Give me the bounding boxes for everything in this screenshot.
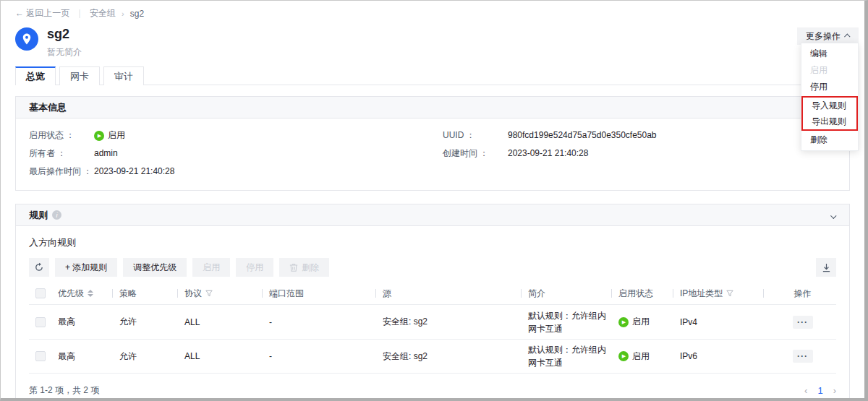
- menu-item-disable[interactable]: 停用: [801, 79, 858, 95]
- detail-tabs: 总览 网卡 审计: [15, 66, 850, 85]
- row-more-actions-button[interactable]: ···: [793, 350, 813, 363]
- basic-info-panel: 基本信息 启用状态 ： ▶ 启用 所有者 ： admin: [15, 96, 850, 191]
- col-status-label: 启用状态: [618, 288, 653, 300]
- row-checkbox[interactable]: [35, 351, 46, 361]
- cell-policy: 允许: [112, 316, 177, 328]
- rules-toolbar: + 添加规则 调整优先级 启用 停用 删除: [29, 258, 836, 277]
- cell-source: 安全组: sg2: [375, 350, 521, 363]
- enabled-status-icon: ▶: [618, 351, 629, 361]
- cell-ip-type: IPv6: [673, 351, 763, 361]
- cell-port-range: -: [262, 317, 375, 327]
- menu-item-export-rules[interactable]: 导出规则: [803, 113, 856, 129]
- pagination-summary: 第 1-2 项，共 2 项: [29, 384, 99, 397]
- pager: ‹ 1 ›: [804, 385, 836, 396]
- download-icon: [822, 263, 831, 272]
- col-port-range-label: 端口范围: [269, 288, 304, 300]
- filter-icon[interactable]: [726, 290, 733, 297]
- basic-info-title: 基本信息: [29, 101, 67, 114]
- cell-status: ▶启用: [611, 350, 673, 363]
- rules-panel: 规则 i 入方向规则 + 添加规则 调整优先级 启: [15, 204, 850, 401]
- basic-info-header: 基本信息: [16, 97, 849, 118]
- pagination: 第 1-2 项，共 2 项 ‹ 1 ›: [29, 374, 836, 401]
- chevron-right-icon: ›: [122, 9, 124, 18]
- cell-source: 安全组: sg2: [375, 316, 521, 328]
- row-checkbox[interactable]: [35, 317, 46, 327]
- security-group-icon: [15, 27, 38, 51]
- col-action: 操作: [763, 288, 842, 300]
- delete-button: 删除: [279, 258, 329, 277]
- col-priority[interactable]: 优先级: [58, 288, 112, 300]
- col-priority-label: 优先级: [58, 288, 84, 300]
- disable-label: 停用: [246, 262, 263, 274]
- col-protocol: 协议: [177, 288, 262, 300]
- col-ip-type: IP地址类型: [673, 288, 763, 300]
- rules-title: 规则: [29, 209, 48, 222]
- status-text: 启用: [632, 316, 650, 328]
- rules-table: 优先级 策略 协议 端口范围 源 简介 启用状态 IP地址类: [29, 283, 836, 374]
- refresh-button[interactable]: [29, 258, 49, 277]
- disable-button: 停用: [236, 258, 273, 277]
- add-rule-button[interactable]: + 添加规则: [55, 258, 117, 277]
- cell-priority: 最高: [58, 350, 112, 363]
- cell-description: 默认规则：允许组内网卡互通: [528, 309, 611, 335]
- tab-nic[interactable]: 网卡: [59, 66, 100, 85]
- menu-item-enable: 启用: [801, 62, 858, 79]
- col-description-label: 简介: [528, 287, 545, 300]
- prev-page-icon[interactable]: ‹: [804, 385, 807, 396]
- back-link[interactable]: ← 返回上一页: [15, 7, 69, 20]
- adjust-priority-label: 调整优先级: [133, 262, 176, 274]
- add-rule-label: + 添加规则: [65, 262, 107, 274]
- more-actions-menu: 编辑 启用 停用 导入规则 导出规则 删除: [801, 43, 859, 151]
- cell-protocol: ALL: [177, 317, 262, 327]
- row-more-actions-button[interactable]: ···: [793, 316, 813, 329]
- field-label: 所有者 ：: [29, 145, 94, 163]
- status-text: 启用: [632, 350, 650, 363]
- page-title: sg2: [47, 26, 82, 42]
- cell-policy: 允许: [112, 350, 177, 363]
- cell-priority: 最高: [58, 316, 112, 328]
- select-all-checkbox[interactable]: [35, 288, 46, 298]
- tab-audit[interactable]: 审计: [103, 66, 144, 85]
- rules-header: 规则 i: [16, 204, 849, 226]
- collapse-chevron-icon[interactable]: [830, 212, 836, 218]
- breadcrumb: ← 返回上一页 ｜ 安全组 › sg2: [15, 1, 850, 20]
- table-row: 最高 允许 ALL - 安全组: sg2 默认规则：允许组内网卡互通 ▶启用 I…: [29, 339, 836, 374]
- rules-body: 入方向规则 + 添加规则 调整优先级 启用 停用: [16, 226, 849, 401]
- page-number[interactable]: 1: [817, 385, 822, 396]
- field-enable-status: 启用状态 ： ▶ 启用: [29, 126, 443, 145]
- status-text: 启用: [108, 126, 125, 145]
- breadcrumb-current: sg2: [130, 9, 144, 19]
- col-port-range: 端口范围: [262, 288, 375, 300]
- field-value: admin: [94, 145, 118, 163]
- field-create-time: 创建时间 ： 2023-09-21 21:40:28: [443, 145, 657, 163]
- field-last-op-time: 最后操作时间 ： 2023-09-21 21:40:28: [29, 163, 443, 181]
- cell-status: ▶启用: [611, 316, 673, 328]
- tab-overview[interactable]: 总览: [15, 66, 56, 85]
- menu-item-import-rules[interactable]: 导入规则: [803, 98, 856, 113]
- adjust-priority-button[interactable]: 调整优先级: [123, 258, 187, 277]
- back-arrow-icon: ←: [15, 8, 24, 18]
- field-label: UUID ：: [443, 126, 508, 145]
- app-window: ← 返回上一页 ｜ 安全组 › sg2 sg2 暂无简介 更多操作 编辑 启用 …: [0, 0, 868, 401]
- filter-icon[interactable]: [205, 290, 213, 297]
- field-label: 最后操作时间 ：: [29, 163, 94, 181]
- sort-icon[interactable]: [88, 290, 93, 297]
- field-owner: 所有者 ： admin: [29, 145, 443, 163]
- basic-info-body: 启用状态 ： ▶ 启用 所有者 ： admin 最后操作时间 ： 2023-09…: [16, 118, 849, 190]
- download-button[interactable]: [816, 258, 836, 277]
- page-header: sg2 暂无简介 更多操作: [15, 26, 850, 59]
- cell-port-range: -: [262, 351, 375, 361]
- next-page-icon[interactable]: ›: [833, 385, 836, 396]
- field-value: 2023-09-21 21:40:28: [508, 145, 588, 163]
- field-value: 2023-09-21 21:40:28: [94, 163, 174, 181]
- enabled-status-icon: ▶: [94, 131, 104, 141]
- breadcrumb-parent[interactable]: 安全组: [90, 7, 116, 20]
- enable-button: 启用: [192, 258, 230, 277]
- menu-item-edit[interactable]: 编辑: [801, 46, 858, 62]
- menu-item-delete[interactable]: 删除: [801, 131, 858, 148]
- enable-label: 启用: [203, 262, 220, 274]
- red-highlight-annotation: 导入规则 导出规则: [801, 96, 858, 131]
- more-actions-label: 更多操作: [806, 30, 841, 43]
- basic-info-left-column: 启用状态 ： ▶ 启用 所有者 ： admin 最后操作时间 ： 2023-09…: [29, 126, 443, 181]
- col-status: 启用状态: [611, 288, 673, 300]
